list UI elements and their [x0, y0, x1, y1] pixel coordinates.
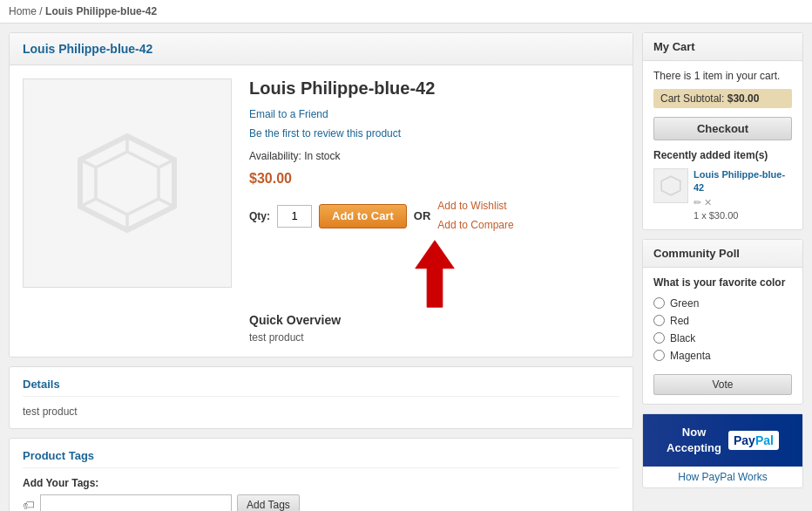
product-section-header: Louis Philippe-blue-42 [10, 33, 633, 65]
add-to-compare-link[interactable]: Add to Compare [437, 216, 513, 235]
cart-item-actions: ✏ ✕ [694, 197, 792, 208]
quick-overview-title: Quick Overview [249, 313, 619, 327]
cart-item-qty-value: 1 [694, 210, 699, 221]
cart-subtotal-label: Cart Subtotal: [660, 92, 724, 105]
svg-marker-9 [661, 176, 680, 195]
quick-overview: Quick Overview test product [249, 313, 619, 344]
details-title: Details [23, 378, 619, 397]
community-poll-box: Community Poll What is your favorite col… [642, 239, 803, 405]
tags-input[interactable] [40, 494, 232, 511]
poll-option-red-label: Red [670, 315, 689, 327]
add-to-cart-button[interactable]: Add to Cart [319, 204, 407, 228]
breadcrumb: Home / Louis Philippe-blue-42 [0, 0, 812, 24]
paypal-now-accepting: NowAccepting [667, 425, 721, 456]
tag-icon: 🏷 [23, 498, 35, 511]
poll-radio-magenta[interactable] [653, 350, 665, 361]
product-links: Email to a Friend Be the first to review… [249, 106, 619, 143]
paypal-logo-pal: Pal [755, 433, 774, 447]
product-info: Louis Philippe-blue-42 Email to a Friend… [249, 78, 619, 344]
paypal-logo-pay: Pay [734, 433, 755, 447]
quick-overview-text: test product [249, 331, 619, 344]
details-content: test product [23, 405, 619, 418]
product-image [23, 78, 232, 288]
add-to-cart-row: Qty: Add to Cart OR Add to Wishlist Add … [249, 197, 619, 235]
wishlist-compare: Add to Wishlist Add to Compare [437, 197, 513, 235]
cart-subtotal: Cart Subtotal: $30.00 [653, 89, 792, 108]
tags-section: Product Tags Add Your Tags: 🏷 Add Tags U… [9, 438, 633, 511]
cart-item-count: There is 1 item in your cart. [653, 70, 792, 82]
breadcrumb-current: Louis Philippe-blue-42 [45, 5, 157, 17]
qty-input[interactable] [277, 205, 312, 228]
cart-item-edit-icon[interactable]: ✏ [694, 197, 701, 208]
my-cart-box: My Cart There is 1 item in your cart. Ca… [642, 32, 803, 230]
cart-item-remove-icon[interactable]: ✕ [704, 197, 712, 208]
poll-title: Community Poll [653, 247, 792, 260]
add-tags-row: 🏷 Add Tags [23, 494, 619, 511]
poll-option-black: Black [653, 332, 792, 344]
cart-item-price: $30.00 [709, 210, 739, 221]
poll-radio-black[interactable] [653, 332, 665, 344]
paypal-box: NowAccepting PayPal How PayPal Works [642, 413, 803, 488]
product-placeholder-icon [75, 131, 179, 235]
cart-item-info: Louis Philippe-blue-42 ✏ ✕ 1 x $30.00 [694, 168, 792, 221]
arrow-icon [409, 239, 461, 309]
paypal-how-link[interactable]: How PayPal Works [678, 471, 767, 483]
product-price: $30.00 [249, 171, 619, 187]
poll-option-green-label: Green [670, 297, 699, 310]
paypal-link-container: How PayPal Works [643, 467, 802, 487]
add-tags-button[interactable]: Add Tags [237, 494, 300, 511]
poll-option-green: Green [653, 297, 792, 310]
cart-subtotal-value: $30.00 [727, 92, 760, 105]
availability: Availability: In stock [249, 150, 619, 162]
review-link[interactable]: Be the first to review this product [249, 125, 619, 144]
poll-option-red: Red [653, 315, 792, 327]
poll-option-magenta-label: Magenta [670, 350, 711, 362]
left-panel: Louis Philippe-blue-42 [9, 32, 633, 511]
my-cart-header: My Cart [643, 33, 802, 61]
add-to-wishlist-link[interactable]: Add to Wishlist [437, 197, 513, 216]
cart-item-qty: 1 x $30.00 [694, 210, 792, 221]
cart-item: Louis Philippe-blue-42 ✏ ✕ 1 x $30.00 [653, 168, 792, 221]
product-tags-title: Product Tags [23, 449, 619, 468]
poll-option-black-label: Black [670, 332, 695, 344]
cart-item-placeholder-icon [660, 175, 681, 196]
add-tags-label: Add Your Tags: [23, 477, 619, 489]
my-cart-title: My Cart [653, 40, 792, 53]
svg-marker-8 [415, 241, 453, 307]
cart-item-thumbnail [653, 168, 688, 203]
product-content: Louis Philippe-blue-42 Email to a Friend… [10, 65, 633, 357]
details-section: Details test product [9, 366, 633, 429]
checkout-button[interactable]: Checkout [653, 117, 792, 140]
cart-item-name: Louis Philippe-blue-42 [694, 168, 792, 195]
qty-label: Qty: [249, 210, 270, 222]
poll-header: Community Poll [643, 240, 802, 268]
product-title: Louis Philippe-blue-42 [249, 78, 619, 99]
poll-radio-red[interactable] [653, 315, 665, 326]
breadcrumb-separator: / [39, 5, 42, 17]
paypal-logo: PayPal [728, 431, 779, 450]
my-cart-content: There is 1 item in your cart. Cart Subto… [643, 61, 802, 229]
product-section-title: Louis Philippe-blue-42 [23, 42, 619, 56]
product-section: Louis Philippe-blue-42 [9, 32, 633, 358]
poll-radio-green[interactable] [653, 297, 665, 309]
breadcrumb-home[interactable]: Home [9, 5, 37, 17]
poll-question: What is your favorite color [653, 276, 792, 289]
paypal-banner: NowAccepting PayPal [643, 414, 802, 467]
poll-content: What is your favorite color Green Red Bl… [643, 268, 802, 404]
recently-added-title: Recently added item(s) [653, 149, 792, 161]
right-sidebar: My Cart There is 1 item in your cart. Ca… [642, 32, 803, 511]
email-friend-link[interactable]: Email to a Friend [249, 106, 619, 125]
arrow-annotation [249, 239, 619, 309]
availability-value: In stock [304, 150, 340, 162]
vote-button[interactable]: Vote [653, 374, 792, 395]
svg-marker-1 [96, 152, 159, 215]
availability-label: Availability: [249, 150, 301, 162]
or-text: OR [414, 209, 431, 222]
poll-option-magenta: Magenta [653, 350, 792, 362]
main-layout: Louis Philippe-blue-42 [0, 24, 812, 511]
